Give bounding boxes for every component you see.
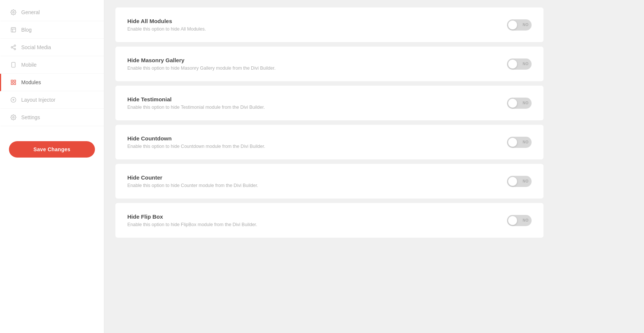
svg-point-15 (13, 117, 14, 118)
toggle-knob (508, 138, 517, 147)
toggle-switch-hide-counter[interactable]: NO (507, 176, 532, 187)
svg-rect-14 (11, 83, 13, 85)
svg-rect-9 (12, 62, 15, 67)
module-card-hide-counter: Hide Counter Enable this option to hide … (115, 164, 543, 199)
sidebar-item-label: Blog (21, 27, 32, 33)
sidebar-item-label: Social Media (21, 44, 51, 50)
sidebar-item-label: Mobile (21, 62, 36, 68)
settings-icon (10, 114, 17, 121)
module-info-hide-flip-box: Hide Flip Box Enable this option to hide… (127, 213, 257, 227)
sidebar-item-layout-injector[interactable]: Layout Injector (0, 91, 104, 109)
module-title: Hide Counter (127, 174, 258, 181)
module-title: Hide All Modules (127, 18, 206, 24)
svg-point-6 (14, 48, 16, 50)
svg-rect-1 (11, 28, 16, 32)
module-info-hide-all-modules: Hide All Modules Enable this option to h… (127, 18, 206, 32)
toggle-label: NO (523, 101, 529, 105)
sidebar-item-general[interactable]: General (0, 4, 104, 21)
sidebar-item-modules[interactable]: Modules (0, 74, 104, 91)
module-description: Enable this option to hide FlipBox modul… (127, 222, 257, 227)
sidebar-item-label: Modules (21, 79, 41, 85)
module-card-hide-testimonial: Hide Testimonial Enable this option to h… (115, 86, 543, 120)
module-card-hide-countdown: Hide Countdown Enable this option to hid… (115, 125, 543, 159)
toggle-switch-hide-masonry-gallery[interactable]: NO (507, 58, 532, 70)
toggle-knob (508, 99, 517, 108)
module-title: Hide Countdown (127, 135, 265, 142)
mobile-icon (10, 61, 17, 68)
sidebar: General Blog Social Media Mobile (0, 0, 104, 333)
blog-icon (10, 26, 17, 33)
sidebar-item-settings[interactable]: Settings (0, 109, 104, 126)
module-description: Enable this option to hide Masonry Galle… (127, 66, 275, 71)
main-content: Hide All Modules Enable this option to h… (104, 0, 555, 333)
svg-line-7 (13, 48, 15, 49)
sidebar-item-mobile[interactable]: Mobile (0, 56, 104, 74)
toggle-label: NO (523, 140, 529, 144)
save-changes-button[interactable]: Save Changes (9, 141, 95, 158)
toggle-switch-hide-flip-box[interactable]: NO (507, 215, 532, 226)
module-description: Enable this option to hide Counter modul… (127, 183, 258, 188)
sidebar-item-label: Settings (21, 114, 40, 120)
toggle-label: NO (523, 218, 529, 222)
module-info-hide-counter: Hide Counter Enable this option to hide … (127, 174, 258, 188)
svg-point-4 (14, 45, 16, 46)
toggle-knob (508, 60, 517, 69)
modules-icon (10, 79, 17, 86)
module-info-hide-masonry-gallery: Hide Masonry Gallery Enable this option … (127, 57, 275, 71)
injector-icon (10, 96, 17, 103)
module-title: Hide Testimonial (127, 96, 265, 102)
svg-rect-12 (14, 80, 16, 82)
svg-rect-11 (11, 80, 13, 82)
module-description: Enable this option to hide Testimonial m… (127, 105, 265, 110)
toggle-switch-hide-testimonial[interactable]: NO (507, 98, 532, 109)
toggle-knob (508, 20, 517, 29)
right-panel (555, 0, 644, 333)
svg-line-8 (13, 46, 15, 47)
svg-rect-13 (14, 83, 16, 85)
share-icon (10, 44, 17, 51)
module-card-hide-all-modules: Hide All Modules Enable this option to h… (115, 7, 543, 42)
module-card-hide-flip-box: Hide Flip Box Enable this option to hide… (115, 203, 543, 238)
module-card-hide-masonry-gallery: Hide Masonry Gallery Enable this option … (115, 47, 543, 81)
svg-point-5 (11, 47, 13, 48)
module-info-hide-testimonial: Hide Testimonial Enable this option to h… (127, 96, 265, 110)
toggle-knob (508, 216, 517, 225)
module-description: Enable this option to hide Countdown mod… (127, 144, 265, 149)
svg-point-0 (13, 12, 14, 13)
toggle-label: NO (523, 179, 529, 183)
toggle-switch-hide-all-modules[interactable]: NO (507, 19, 532, 31)
sidebar-item-label: Layout Injector (21, 97, 55, 103)
gear-icon (10, 9, 17, 16)
module-title: Hide Flip Box (127, 213, 257, 220)
module-title: Hide Masonry Gallery (127, 57, 275, 63)
save-btn-wrapper: Save Changes (0, 134, 104, 165)
module-info-hide-countdown: Hide Countdown Enable this option to hid… (127, 135, 265, 149)
toggle-label: NO (523, 62, 529, 66)
module-description: Enable this option to hide All Modules. (127, 26, 206, 32)
toggle-switch-hide-countdown[interactable]: NO (507, 137, 532, 148)
sidebar-item-social-media[interactable]: Social Media (0, 39, 104, 56)
toggle-label: NO (523, 23, 529, 27)
sidebar-item-label: General (21, 9, 40, 15)
sidebar-item-blog[interactable]: Blog (0, 21, 104, 39)
toggle-knob (508, 177, 517, 186)
